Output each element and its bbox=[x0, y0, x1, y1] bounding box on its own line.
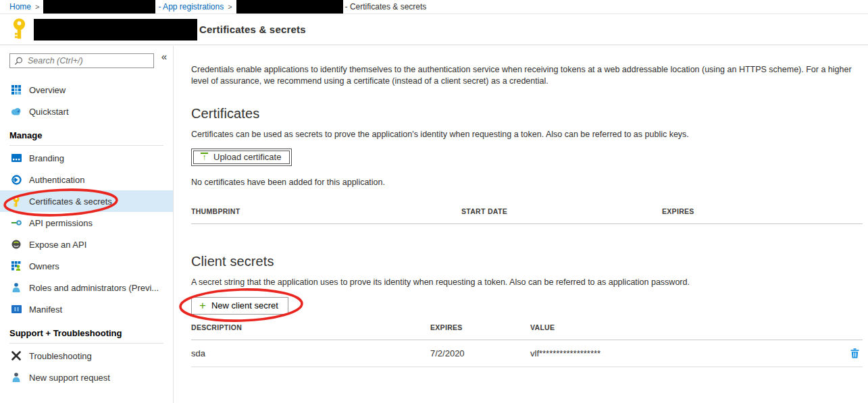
sidebar: Overview Quickstart Manage bbox=[0, 46, 174, 403]
sidebar-section-manage: Manage bbox=[0, 130, 173, 142]
certificates-table: THUMBPRINT START DATE EXPIRES bbox=[191, 207, 863, 224]
divider bbox=[9, 343, 163, 344]
certificates-heading: Certificates bbox=[191, 106, 863, 122]
sidebar-section-support: Support + Troubleshooting bbox=[0, 328, 173, 340]
breadcrumb: Home > - App registrations > - Certifica… bbox=[0, 0, 868, 14]
search-icon bbox=[14, 57, 23, 65]
column-start-date: START DATE bbox=[461, 207, 662, 215]
certificates-description: Certificates can be used as secrets to p… bbox=[191, 130, 863, 139]
secret-expires-cell: 7/2/2020 bbox=[430, 348, 530, 358]
page-title: Certificates & secrets bbox=[199, 24, 306, 35]
sidebar-item-expose-api[interactable]: Expose an API bbox=[0, 234, 173, 255]
search-input[interactable] bbox=[28, 56, 149, 65]
sidebar-item-authentication[interactable]: Authentication bbox=[0, 169, 173, 190]
delete-secret-button[interactable] bbox=[836, 348, 863, 358]
sidebar-item-label: Troubleshooting bbox=[29, 351, 92, 361]
sidebar-item-label: Owners bbox=[29, 261, 59, 271]
column-value: VALUE bbox=[530, 323, 836, 331]
no-certificates-message: No certificates have been added for this… bbox=[191, 178, 863, 187]
credentials-intro-text: Credentials enable applications to ident… bbox=[191, 64, 863, 87]
key-icon bbox=[11, 18, 27, 42]
sidebar-item-overview[interactable]: Overview bbox=[0, 79, 173, 101]
sidebar-item-api-permissions[interactable]: API permissions bbox=[0, 212, 173, 234]
authentication-icon bbox=[11, 174, 22, 185]
breadcrumb-home-link[interactable]: Home bbox=[9, 2, 31, 11]
redacted-app-name bbox=[236, 0, 343, 14]
sidebar-item-manifest[interactable]: Manifest bbox=[0, 298, 173, 320]
branding-icon bbox=[11, 153, 22, 163]
sidebar-item-label: Manifest bbox=[29, 304, 62, 315]
sidebar-item-roles-administrators[interactable]: Roles and administrators (Previ... bbox=[0, 277, 173, 298]
quickstart-icon bbox=[11, 106, 22, 117]
sidebar-item-label: Authentication bbox=[29, 175, 84, 185]
new-client-secret-label: New client secret bbox=[211, 300, 278, 311]
sidebar-item-certificates-secrets[interactable]: Certificates & secrets bbox=[0, 190, 173, 212]
main-content: Credentials enable applications to ident… bbox=[174, 46, 868, 403]
secret-value-cell: vlf****************** bbox=[530, 348, 836, 358]
divider bbox=[9, 145, 163, 146]
upload-certificate-button[interactable]: Upload certificate bbox=[191, 149, 292, 166]
sidebar-item-quickstart[interactable]: Quickstart bbox=[0, 101, 173, 122]
sidebar-item-owners[interactable]: Owners bbox=[0, 255, 173, 277]
client-secrets-table-header: DESCRIPTION EXPIRES VALUE bbox=[191, 323, 863, 340]
sidebar-item-new-support-request[interactable]: New support request bbox=[0, 367, 173, 388]
redacted-directory-name bbox=[43, 0, 155, 14]
sidebar-item-label: Certificates & secrets bbox=[29, 196, 112, 207]
new-client-secret-button[interactable]: New client secret bbox=[191, 297, 288, 315]
redacted-app-title bbox=[34, 19, 197, 41]
client-secrets-heading: Client secrets bbox=[191, 254, 863, 269]
key-icon bbox=[11, 196, 22, 207]
sidebar-nav: Overview Quickstart Manage bbox=[0, 79, 173, 388]
sidebar-item-label: Overview bbox=[29, 85, 66, 95]
certificates-table-header: THUMBPRINT START DATE EXPIRES bbox=[191, 207, 863, 224]
breadcrumb-separator: > bbox=[35, 3, 39, 11]
breadcrumb-separator: > bbox=[228, 3, 232, 11]
upload-certificate-label: Upload certificate bbox=[213, 152, 281, 162]
sidebar-item-label: Expose an API bbox=[29, 240, 86, 250]
sidebar-item-branding[interactable]: Branding bbox=[0, 147, 173, 169]
api-permissions-icon bbox=[11, 217, 22, 228]
roles-administrators-icon bbox=[11, 282, 22, 293]
breadcrumb-current: - Certificates & secrets bbox=[345, 2, 427, 11]
client-secrets-table: DESCRIPTION EXPIRES VALUE sda 7/2/2020 v… bbox=[191, 323, 863, 367]
sidebar-search[interactable] bbox=[9, 53, 154, 68]
column-expires: EXPIRES bbox=[430, 323, 530, 331]
new-support-request-icon bbox=[11, 372, 22, 383]
manifest-icon bbox=[11, 304, 22, 315]
trash-icon bbox=[850, 348, 859, 358]
secret-description-cell: sda bbox=[191, 348, 430, 358]
table-row: sda 7/2/2020 vlf****************** bbox=[191, 340, 863, 367]
overview-icon bbox=[11, 84, 22, 95]
sidebar-item-label: New support request bbox=[29, 373, 110, 383]
troubleshooting-icon bbox=[11, 350, 22, 361]
column-expires: EXPIRES bbox=[662, 207, 863, 215]
plus-icon bbox=[199, 301, 206, 311]
breadcrumb-app-registrations-link[interactable]: - App registrations bbox=[158, 2, 224, 11]
collapse-sidebar-icon[interactable] bbox=[161, 51, 167, 61]
column-description: DESCRIPTION bbox=[191, 323, 430, 331]
client-secrets-description: A secret string that the application use… bbox=[191, 277, 863, 287]
expose-api-icon bbox=[11, 239, 22, 250]
column-thumbprint: THUMBPRINT bbox=[191, 207, 461, 215]
owners-icon bbox=[11, 261, 22, 271]
sidebar-item-label: Quickstart bbox=[29, 107, 69, 117]
upload-icon bbox=[201, 153, 208, 161]
sidebar-item-label: Roles and administrators (Previ... bbox=[29, 283, 159, 293]
sidebar-item-label: Branding bbox=[29, 153, 64, 163]
sidebar-item-label: API permissions bbox=[29, 218, 93, 228]
sidebar-item-troubleshooting[interactable]: Troubleshooting bbox=[0, 345, 173, 367]
page-header: Certificates & secrets bbox=[0, 14, 868, 45]
